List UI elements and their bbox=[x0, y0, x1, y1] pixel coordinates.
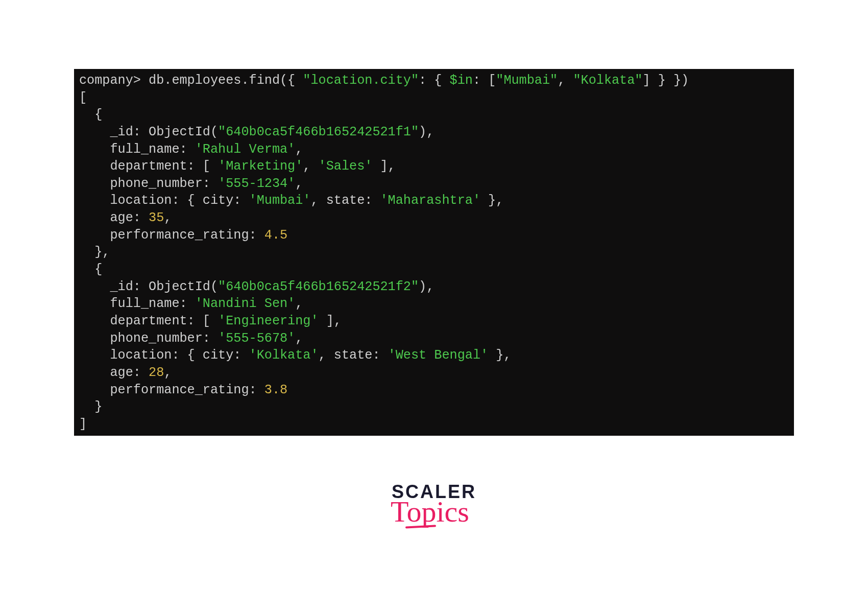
field-label: department: [ bbox=[79, 314, 218, 328]
field-value: 28 bbox=[149, 365, 164, 380]
field-value: '555-1234' bbox=[218, 176, 295, 191]
field-label: performance_rating: bbox=[79, 383, 264, 397]
punctuation: }, bbox=[480, 193, 503, 208]
command-text: , bbox=[558, 73, 573, 88]
punctuation: ), bbox=[419, 125, 434, 139]
field-value: "640b0ca5f466b165242521f1" bbox=[218, 125, 419, 139]
punctuation: , bbox=[164, 365, 172, 380]
field-label: age: bbox=[79, 365, 149, 380]
punctuation: , bbox=[295, 331, 303, 346]
brace-close: }, bbox=[79, 245, 110, 259]
field-value: 'Rahul Verma' bbox=[195, 142, 296, 157]
field-value: "640b0ca5f466b165242521f2" bbox=[218, 279, 419, 294]
field-value: 'Marketing' bbox=[218, 159, 303, 174]
bracket-open: [ bbox=[79, 90, 87, 105]
prompt: company> bbox=[79, 73, 141, 88]
logo-text-line2: Topics bbox=[388, 500, 472, 524]
field-label: full_name: bbox=[79, 142, 195, 157]
punctuation: ], bbox=[319, 314, 342, 328]
punctuation: , bbox=[303, 159, 318, 174]
command-text: : { bbox=[419, 73, 449, 88]
query-value: "Mumbai" bbox=[496, 73, 558, 88]
punctuation: ), bbox=[419, 279, 434, 294]
field-value: 'Engineering' bbox=[218, 314, 319, 328]
field-label: location: { city: bbox=[79, 348, 249, 363]
field-label: age: bbox=[79, 210, 149, 225]
field-label: phone_number: bbox=[79, 176, 218, 191]
terminal-output: company> db.employees.find({ "location.c… bbox=[74, 69, 794, 436]
field-value: 'Mumbai' bbox=[249, 193, 311, 208]
field-value: 4.5 bbox=[264, 228, 287, 243]
brace-close: } bbox=[79, 399, 102, 414]
query-field: "location.city" bbox=[303, 73, 419, 88]
bracket-close: ] bbox=[79, 417, 87, 432]
punctuation: , bbox=[164, 210, 172, 225]
field-label: performance_rating: bbox=[79, 228, 264, 243]
punctuation: , bbox=[295, 142, 303, 157]
punctuation: , bbox=[295, 296, 303, 311]
query-operator: $in bbox=[450, 73, 473, 88]
field-label: _id: ObjectId( bbox=[79, 125, 218, 139]
field-value: 'West Bengal' bbox=[388, 348, 489, 363]
field-label: , state: bbox=[319, 348, 388, 363]
field-label: _id: ObjectId( bbox=[79, 279, 218, 294]
command-text: : [ bbox=[473, 73, 496, 88]
punctuation: , bbox=[295, 176, 303, 191]
field-value: 35 bbox=[149, 210, 164, 225]
field-label: location: { city: bbox=[79, 193, 249, 208]
field-value: 'Maharashtra' bbox=[380, 193, 481, 208]
punctuation: }, bbox=[488, 348, 511, 363]
brace-open: { bbox=[79, 107, 102, 122]
brace-open: { bbox=[79, 262, 102, 277]
field-value: 3.8 bbox=[264, 383, 287, 397]
query-value: "Kolkata" bbox=[573, 73, 642, 88]
field-value: 'Sales' bbox=[319, 159, 373, 174]
command-text: db.employees.find({ bbox=[141, 73, 303, 88]
field-label: phone_number: bbox=[79, 331, 218, 346]
field-value: 'Nandini Sen' bbox=[195, 296, 296, 311]
field-label: department: [ bbox=[79, 159, 218, 174]
command-text: ] } }) bbox=[642, 73, 689, 88]
field-value: 'Kolkata' bbox=[249, 348, 319, 363]
punctuation: ], bbox=[372, 159, 395, 174]
field-value: '555-5678' bbox=[218, 331, 295, 346]
field-label: , state: bbox=[310, 193, 380, 208]
field-label: full_name: bbox=[79, 296, 195, 311]
brand-logo: SCALER Topics bbox=[392, 483, 476, 524]
